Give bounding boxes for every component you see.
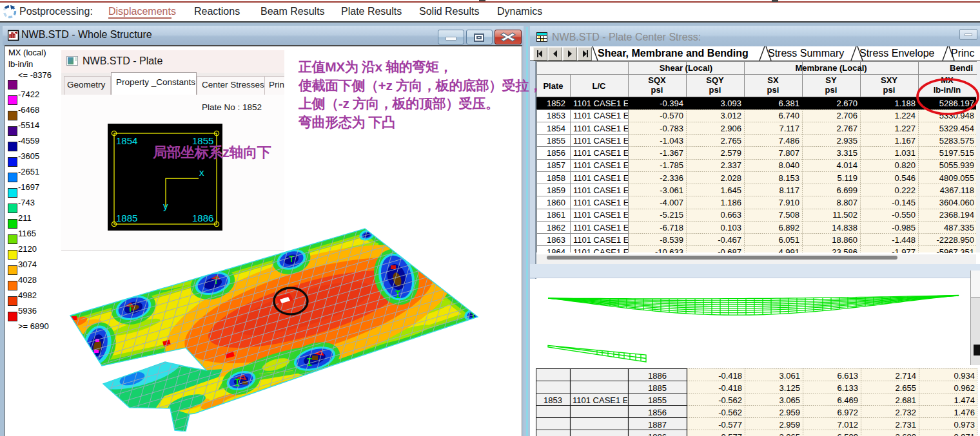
svg-text:1886: 1886 <box>192 213 213 223</box>
svg-text:y: y <box>163 200 168 211</box>
svg-text:1854: 1854 <box>116 135 137 146</box>
svg-text:1885: 1885 <box>116 213 137 223</box>
svg-text:x: x <box>199 167 204 178</box>
